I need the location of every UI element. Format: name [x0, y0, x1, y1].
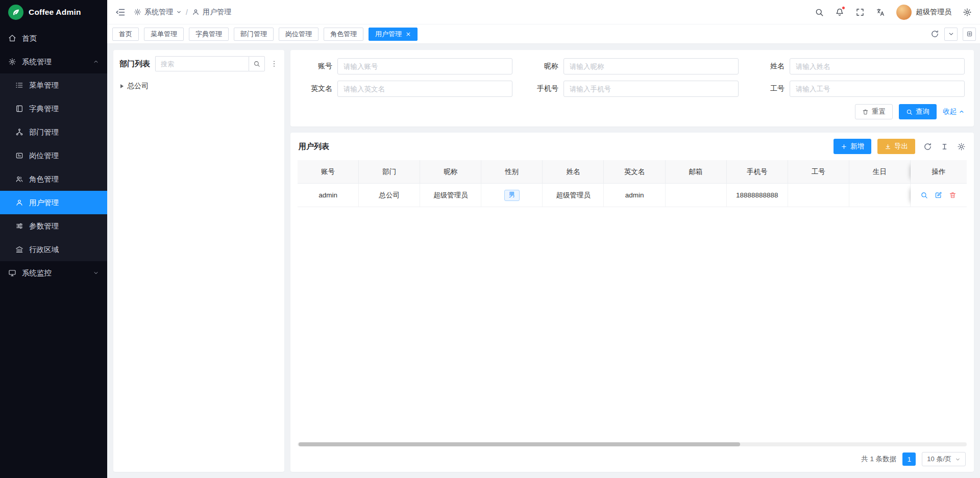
sidebar-item-admin-region[interactable]: 行政区域 — [0, 238, 107, 261]
tab-dept-mgmt[interactable]: 部门管理 — [234, 28, 274, 41]
pagination: 共 1 条数据 1 10 条/页 — [290, 449, 974, 472]
sidebar-item-label: 系统监控 — [22, 268, 52, 278]
table-row: admin 总公司 超级管理员 男 超级管理员 admin 1888888888… — [298, 184, 967, 207]
column-header[interactable]: 生日 — [849, 160, 911, 184]
add-user-button[interactable]: 新增 — [834, 139, 871, 154]
tree-node-head-office[interactable]: 总公司 — [119, 79, 278, 94]
tab-role-mgmt[interactable]: 角色管理 — [324, 28, 363, 41]
close-tab-icon[interactable] — [406, 32, 411, 37]
leaf-logo-icon — [8, 5, 23, 20]
table-settings-gear-icon[interactable] — [957, 142, 966, 151]
field-label: 工号 — [752, 84, 785, 93]
sidebar-item-user-mgmt[interactable]: 用户管理 — [0, 191, 107, 214]
sidebar-item-label: 首页 — [22, 34, 37, 43]
column-header[interactable]: 工号 — [788, 160, 849, 184]
search-icon[interactable] — [815, 8, 824, 17]
field-account: 账号 — [300, 58, 512, 74]
sidebar-item-dict-mgmt[interactable]: 字典管理 — [0, 97, 107, 120]
notifications-bell-icon[interactable] — [835, 8, 844, 17]
header-right: 超级管理员 — [815, 5, 980, 20]
column-header[interactable]: 昵称 — [420, 160, 481, 184]
more-vertical-icon[interactable] — [270, 60, 278, 68]
sidebar-item-post-mgmt[interactable]: 岗位管理 — [0, 144, 107, 167]
column-header[interactable]: 英文名 — [604, 160, 665, 184]
phone-input[interactable] — [564, 81, 739, 97]
sidebar-item-label: 参数管理 — [29, 221, 59, 231]
refresh-table-icon[interactable] — [923, 142, 932, 151]
tree-expand-caret-icon[interactable] — [120, 84, 124, 88]
sidebar-item-role-mgmt[interactable]: 角色管理 — [0, 167, 107, 191]
horizontal-scrollbar-thumb[interactable] — [299, 442, 740, 446]
sidebar-item-label: 字典管理 — [29, 104, 59, 114]
field-label: 手机号 — [526, 84, 558, 93]
export-button[interactable]: 导出 — [877, 139, 915, 154]
collapse-filters-link[interactable]: 收起 — [943, 107, 965, 116]
monitor-icon — [8, 269, 16, 277]
column-header[interactable]: 邮箱 — [666, 160, 727, 184]
tab-label: 菜单管理 — [151, 30, 177, 39]
sidebar-item-label: 系统管理 — [22, 57, 52, 67]
name-input[interactable] — [790, 58, 965, 74]
tab-menu-mgmt[interactable]: 菜单管理 — [144, 28, 184, 41]
department-panel-header: 部门列表 — [119, 56, 278, 71]
right-column: 账号 昵称 姓名 英文名 — [290, 50, 974, 472]
translate-icon[interactable] — [876, 8, 885, 17]
sidebar-item-dept-mgmt[interactable]: 部门管理 — [0, 120, 107, 144]
app-logo[interactable]: Coffee Admin — [0, 0, 107, 24]
sidebar-item-param-mgmt[interactable]: 参数管理 — [0, 214, 107, 238]
row-height-icon[interactable] — [940, 142, 949, 151]
account-input[interactable] — [337, 58, 512, 74]
breadcrumb-item[interactable]: 系统管理 — [144, 8, 173, 17]
column-header[interactable]: 性别 — [481, 160, 543, 184]
sidebar-item-menu-mgmt[interactable]: 菜单管理 — [0, 73, 107, 97]
cell-nickname: 超级管理员 — [420, 184, 481, 207]
reset-button[interactable]: 重置 — [855, 104, 893, 119]
filter-grid: 账号 昵称 姓名 英文名 — [300, 58, 965, 97]
top-header: 系统管理 / 用户管理 超级管理员 — [107, 0, 980, 24]
cell-birthday — [849, 184, 911, 207]
refresh-icon[interactable] — [930, 30, 939, 38]
collapse-sidebar-icon[interactable] — [115, 7, 126, 17]
employee-id-input[interactable] — [790, 81, 965, 97]
sidebar-item-system-monitor[interactable]: 系统监控 — [0, 261, 107, 285]
sidebar: Coffee Admin 首页 系统管理 菜单管理 字典管理 — [0, 0, 107, 478]
sidebar-item-label: 行政区域 — [29, 245, 59, 255]
tab-home[interactable]: 首页 — [112, 28, 139, 41]
column-header[interactable]: 部门 — [359, 160, 420, 184]
tab-post-mgmt[interactable]: 岗位管理 — [279, 28, 318, 41]
id-badge-icon — [15, 152, 23, 160]
cell-email — [666, 184, 727, 207]
department-search-input[interactable] — [155, 56, 249, 71]
column-header[interactable]: 手机号 — [727, 160, 788, 184]
nickname-input[interactable] — [564, 58, 739, 74]
user-menu[interactable]: 超级管理员 — [896, 5, 951, 20]
department-search-button[interactable] — [249, 56, 265, 71]
tab-label: 岗位管理 — [285, 30, 312, 39]
gear-icon — [134, 8, 141, 16]
view-row-icon[interactable] — [920, 191, 928, 199]
english-name-input[interactable] — [337, 81, 512, 97]
fullscreen-icon[interactable] — [855, 8, 865, 17]
search-filter-card: 账号 昵称 姓名 英文名 — [290, 50, 974, 127]
delete-row-icon[interactable] — [949, 191, 957, 199]
tab-dict-mgmt[interactable]: 字典管理 — [189, 28, 229, 41]
breadcrumb-item[interactable]: 用户管理 — [203, 8, 231, 17]
sidebar-item-system-mgmt[interactable]: 系统管理 — [0, 50, 107, 73]
settings-gear-icon[interactable] — [963, 8, 972, 17]
page-size-select[interactable]: 10 条/页 — [922, 452, 966, 466]
tabs-dropdown-button[interactable] — [944, 28, 958, 41]
column-header[interactable]: 账号 — [298, 160, 359, 184]
field-phone: 手机号 — [526, 81, 739, 97]
column-header[interactable]: 姓名 — [543, 160, 604, 184]
edit-row-icon[interactable] — [935, 191, 942, 199]
user-icon — [192, 8, 200, 16]
tab-user-mgmt[interactable]: 用户管理 — [369, 28, 418, 41]
tab-label: 用户管理 — [375, 30, 402, 39]
sidebar-item-home[interactable]: 首页 — [0, 27, 107, 50]
chevron-up-icon — [93, 59, 99, 65]
field-name: 姓名 — [752, 58, 965, 74]
cell-phone: 18888888888 — [727, 184, 788, 207]
content-fullscreen-button[interactable] — [963, 28, 976, 41]
query-button[interactable]: 查询 — [899, 104, 937, 119]
page-number-button[interactable]: 1 — [902, 452, 916, 466]
